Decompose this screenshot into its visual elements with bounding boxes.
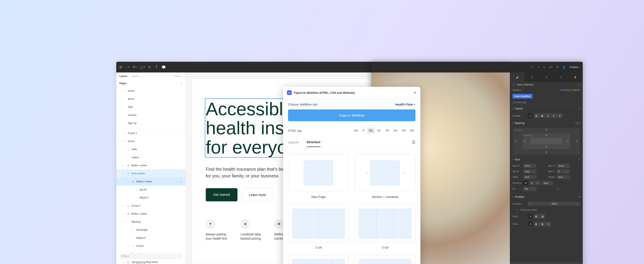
hamburger-icon[interactable]: ☰ [412,140,416,147]
page-item[interactable]: Contact [116,111,185,119]
close-icon[interactable]: ✕ [414,91,416,95]
shape-tool-icon[interactable]: ▢ [140,65,144,69]
display-label: Display [512,114,526,117]
float-toggle[interactable]: ✕◧◨ [528,214,545,219]
layer-row[interactable]: □bg red [116,185,185,193]
assets-tab[interactable]: Assets [132,75,139,77]
overflow-toggle[interactable]: 👁⊘≡ [523,181,540,185]
layer-row[interactable]: ▸◆Button / active [116,210,185,218]
tag-h1[interactable]: H1 [367,128,374,134]
layers-tab[interactable]: Layers [120,75,127,77]
layer-row[interactable]: ▸#Frame 1 [116,129,185,137]
settings-tab-icon[interactable]: ⚙ [524,73,539,82]
interactions-tab-icon[interactable]: ⇄ [539,73,554,82]
frame-tool-icon[interactable]: # [133,65,137,69]
comment-tool-icon[interactable]: 💬 [162,65,166,69]
layout-2col[interactable]: 2 col [288,204,349,249]
tag-div[interactable]: Div [352,128,360,134]
layer-row[interactable]: □Labels [116,153,185,161]
minw-field[interactable]: Auto– [523,169,536,174]
selector-label: Selector [512,89,526,91]
layer-row[interactable]: ▾#hero-section [116,169,185,177]
layer-row[interactable]: ▸◆Button / active👁 [116,177,185,185]
maxw-field[interactable]: None– [523,164,536,168]
webflow-topbar: ↶ ↷ ● </> ⇱ 👤 Publish ▾ [371,62,583,73]
tag-h3[interactable]: H3 [384,128,391,134]
layer-row[interactable]: ○Ellipse 5 [116,193,185,202]
page-item[interactable]: FAQ [116,103,185,111]
code-icon[interactable]: </> [549,66,552,69]
layer-row[interactable]: ▾□Warning [116,218,185,226]
style-tab-icon[interactable] [510,73,524,82]
tag-h4[interactable]: H4 [392,128,399,134]
layout-4col[interactable] [288,255,349,264]
effects-tab-icon[interactable]: ✦ [554,73,568,82]
undo-icon[interactable]: ↶ [531,66,533,69]
page-item[interactable]: Sign Up [116,119,185,127]
width-field[interactable]: Auto– [523,175,536,179]
layer-row[interactable]: □Rectangle [116,226,185,234]
text-tool-icon[interactable]: T [155,65,158,69]
html-tag-options[interactable]: DivPH1H2H3H4H5H6 [352,128,416,134]
selector-checkbox[interactable] [512,83,515,86]
status-ok-icon: ● [544,66,545,69]
inherit-label: Inheriting 1 selector [560,89,580,91]
clear-toggle[interactable]: ✕◧◨◫ [528,221,551,226]
webflow-logo-icon: w [287,90,292,95]
copy-to-webflow-button[interactable]: Copy to Webflow [288,109,416,121]
mask-pixels: PIXELS [119,253,182,259]
tag-h6[interactable]: H6 [408,128,416,134]
hourglass-icon: ⧗ [240,219,250,229]
spacing-box[interactable]: MARGIN 0 0 0 0 PADDING 0 0 0 0 [512,128,580,155]
spacing-section-label[interactable]: Spacing [515,121,524,125]
position-field[interactable]: ✕Static▾ [528,202,580,206]
pen-tool-icon[interactable]: ✎ [148,65,151,69]
layouts-tab[interactable]: Layouts [288,140,299,147]
layer-row[interactable]: ▸◆Button / active [116,161,185,169]
layer-row[interactable]: ▸◫Group 2 [116,260,185,264]
publish-button[interactable]: Publish ▾ [570,66,580,69]
tag-h5[interactable]: H5 [400,128,408,134]
plugin-title: Figma to Webflow (HTML, CSS and Website) [294,91,355,94]
layer-row[interactable]: THello [116,145,185,153]
pages-header: Pages [120,82,126,85]
layout-section-container[interactable]: →←Section + container [355,154,416,199]
layout-3col[interactable]: 3 col [355,204,416,249]
heart-icon: ♥ [206,219,215,229]
page-dropdown[interactable]: Page 1 [174,75,182,77]
layout-section-label[interactable]: Layout [515,107,523,110]
add-page-icon[interactable]: + [181,82,182,85]
get-started-button[interactable]: Get started [206,188,238,201]
structure-tab[interactable]: Structure [306,140,320,147]
html-tag-label: HTML tag [288,129,302,132]
layer-row[interactable]: ▸#Home [116,137,185,145]
user-icon[interactable]: 👤 [562,66,566,69]
height-field[interactable]: Auto– [556,175,570,179]
fit-field[interactable]: Fill▾ [523,187,536,191]
redo-icon[interactable]: ↷ [537,66,539,69]
style-panel: ⚙ ⇄ ✦ ⚡ None Selected▾ ▾ SelectorInherit… [510,73,583,264]
power-tab-icon[interactable]: ⚡ [568,73,583,82]
menu-icon[interactable] [119,65,122,69]
layer-row[interactable]: ○Ellipse 5 [116,234,185,242]
minh-field[interactable]: 0PX [556,169,570,174]
layout-extra[interactable] [355,255,416,264]
more-icon[interactable]: ≡ [578,107,580,110]
float-clear-label[interactable]: Float and clear [520,208,537,211]
layer-row[interactable]: ▸◫Group 2 [116,202,185,210]
size-section-label[interactable]: Size [515,158,520,161]
selector-chip[interactable]: main-headline [512,94,532,98]
site-dropdown[interactable]: Health Flow [395,103,416,106]
share-icon[interactable]: ⇱ [556,66,558,69]
tag-h2[interactable]: H2 [376,128,383,134]
page-item[interactable]: About [116,95,185,103]
cursor-tool-icon[interactable] [126,65,130,69]
learn-more-button[interactable]: Learn more [242,188,273,201]
tag-p[interactable]: P [361,128,366,134]
layer-row[interactable]: ▸#Frame [116,242,185,250]
page-item[interactable]: ✓Home [116,87,185,95]
maxh-field[interactable]: None– [556,164,570,168]
layout-new-page[interactable]: New Page [288,154,349,199]
display-toggle[interactable]: ▭▥▦◫A⊘ [528,113,562,118]
position-section-label[interactable]: Position [515,195,524,198]
